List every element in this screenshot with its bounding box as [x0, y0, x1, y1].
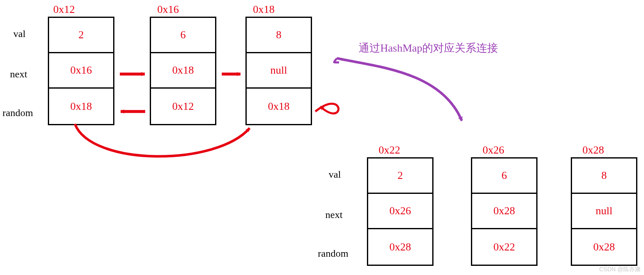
arrow-random-0-2 — [75, 124, 250, 156]
cell-next: null — [247, 53, 311, 89]
cell-next: 0x16 — [49, 53, 113, 89]
node-addr: 0x26 — [483, 144, 504, 156]
node-addr: 0x28 — [582, 144, 604, 156]
original-node-2: 8 null 0x18 — [245, 17, 312, 125]
node-addr: 0x12 — [53, 3, 75, 16]
cell-val: 8 — [247, 18, 311, 53]
original-node-1: 6 0x18 0x12 — [150, 17, 216, 125]
cell-val: 2 — [49, 18, 113, 53]
node-addr: 0x22 — [379, 144, 400, 156]
arrow-random-2-self — [315, 104, 339, 113]
row-label-random-bottom: random — [318, 248, 348, 259]
cell-next: null — [572, 194, 636, 229]
watermark: CSDN @陈亦康 — [599, 266, 641, 273]
cell-val: 6 — [472, 159, 536, 194]
original-node-0: 2 0x16 0x18 — [48, 17, 114, 125]
node-addr: 0x18 — [253, 3, 275, 16]
row-label-random-top: random — [2, 107, 33, 119]
cell-val: 8 — [572, 159, 636, 194]
row-label-next-top: next — [10, 69, 27, 80]
copied-node-1: 6 0x28 0x22 — [471, 157, 537, 266]
row-label-next-bottom: next — [325, 209, 342, 220]
row-label-val-top: val — [13, 28, 25, 40]
cell-next: 0x28 — [472, 194, 536, 229]
cell-random: 0x18 — [247, 89, 311, 124]
arrow-hashmap-tail — [334, 58, 339, 62]
cell-random: 0x22 — [472, 229, 536, 265]
cell-random: 0x28 — [572, 229, 636, 265]
cell-next: 0x18 — [151, 53, 215, 89]
cell-random: 0x18 — [49, 89, 113, 124]
cell-val: 6 — [151, 18, 215, 53]
copied-node-0: 2 0x26 0x28 — [367, 157, 433, 266]
cell-val: 2 — [368, 159, 432, 194]
cell-random: 0x12 — [151, 89, 215, 124]
cell-next: 0x26 — [368, 194, 432, 229]
copied-node-2: 8 null 0x28 — [571, 157, 637, 266]
hashmap-annotation: 通过HashMap的对应关系连接 — [359, 41, 498, 55]
cell-random: 0x28 — [368, 229, 432, 265]
arrow-hashmap-link — [337, 58, 462, 121]
row-label-val-bottom: val — [329, 169, 341, 180]
node-addr: 0x16 — [157, 3, 179, 16]
